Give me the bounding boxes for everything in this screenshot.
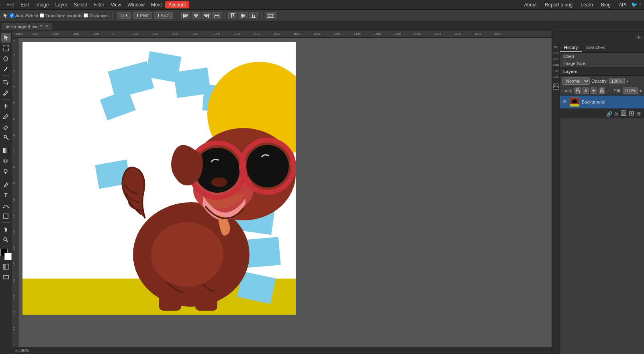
menu-file[interactable]: File — [3, 1, 17, 8]
eraser-tool[interactable] — [1, 122, 11, 132]
gradient-tool[interactable] — [1, 146, 11, 155]
auto-select-checkbox[interactable]: Auto-Select — [10, 13, 38, 18]
tool-separator-3 — [2, 144, 10, 144]
mini-label-bru[interactable]: Bru — [553, 57, 558, 61]
right-mini-sidebar: Inf Pro Bru Cha Par CSS — [552, 43, 560, 354]
distribute-button[interactable] — [213, 12, 221, 19]
zoom-dropdown[interactable]: 1x▾ — [117, 12, 131, 19]
align-vcenter-button[interactable] — [239, 12, 247, 19]
marquee-tool[interactable] — [1, 43, 11, 53]
menu-layer[interactable]: Layer — [52, 1, 70, 8]
center-button[interactable] — [192, 12, 200, 19]
screen-mode-button[interactable] — [1, 272, 11, 282]
svg-rect-8 — [204, 14, 208, 16]
fill-arrow[interactable]: ▾ — [640, 89, 642, 93]
move-tool[interactable] — [1, 33, 11, 43]
layer-visibility-toggle[interactable]: 👁 — [562, 99, 567, 105]
crop-tool[interactable] — [1, 77, 11, 87]
new-layer-button[interactable] — [629, 110, 634, 117]
svg-export-button[interactable]: ⬇ SVG — [154, 12, 173, 19]
svg-rect-46 — [4, 214, 8, 218]
layers-lock-row: Lock: Fill: — [560, 86, 644, 96]
transform-controls-checkbox[interactable]: Transform controls — [40, 13, 82, 18]
mini-label-css[interactable]: CSS — [552, 75, 559, 79]
dodge-tool[interactable] — [1, 167, 11, 176]
layer-effects-button[interactable]: fx — [615, 111, 618, 117]
brush-tool[interactable] — [1, 112, 11, 121]
layer-item-background[interactable]: 👁 Background — [560, 96, 644, 109]
magic-wand-tool[interactable] — [1, 64, 11, 74]
menu-blog[interactable]: Blog — [598, 1, 614, 8]
mini-label-pro[interactable]: Pro — [553, 51, 558, 55]
stamp-tool[interactable] — [1, 132, 11, 142]
move-tool-icon — [2, 13, 8, 18]
lock-all-button[interactable] — [599, 87, 605, 94]
auto-spacing-button[interactable] — [265, 12, 276, 19]
mini-label-inf[interactable]: Inf — [554, 45, 558, 49]
menu-account[interactable]: Account — [165, 1, 189, 8]
tab-close-button[interactable]: ✕ — [45, 24, 48, 28]
layer-mask-button[interactable] — [621, 110, 626, 117]
svg-rect-1 — [183, 14, 184, 18]
hand-tool[interactable] — [1, 224, 11, 234]
blend-mode-dropdown[interactable]: Normal Multiply Screen Overlay — [562, 77, 590, 85]
mini-label-cha[interactable]: Cha — [553, 63, 559, 67]
path-tool[interactable] — [1, 201, 11, 210]
menu-view[interactable]: View — [107, 1, 124, 8]
tab-swatches[interactable]: Swatches — [582, 43, 609, 52]
align-bottom-button[interactable] — [249, 12, 258, 19]
svg-point-47 — [4, 238, 7, 241]
menu-more[interactable]: More — [148, 1, 165, 8]
history-item-image-size[interactable]: Image Size — [560, 60, 644, 67]
healing-tool[interactable] — [1, 101, 11, 111]
svg-point-91 — [622, 112, 625, 115]
eyedropper-tool[interactable] — [1, 88, 11, 98]
lock-image-button[interactable] — [583, 87, 589, 94]
menu-about[interactable]: About — [521, 1, 540, 8]
svg-rect-50 — [3, 264, 6, 269]
svg-rect-14 — [231, 14, 232, 18]
png-export-button[interactable]: ⬇ PNG — [133, 12, 152, 19]
pen-tool[interactable] — [1, 180, 11, 189]
history-items-container: Open Image Size — [560, 53, 644, 67]
align-left-edges-button[interactable] — [181, 12, 190, 19]
menu-image[interactable]: Image — [32, 1, 52, 8]
lock-position-button[interactable] — [591, 87, 597, 94]
menu-learn[interactable]: Learn — [577, 1, 596, 8]
quick-mask-button[interactable] — [1, 262, 11, 271]
zoom-tool[interactable] — [1, 235, 11, 244]
align-top-button[interactable] — [228, 12, 237, 19]
file-tab[interactable]: test-image-3.psd * ✕ — [2, 23, 52, 30]
link-layers-button[interactable]: 🔗 — [606, 111, 612, 117]
opacity-arrow[interactable]: ▾ — [626, 79, 628, 83]
twitter-icon: 🐦 — [631, 2, 638, 8]
canvas-area[interactable] — [18, 38, 552, 347]
menu-filter[interactable]: Filter — [90, 1, 108, 8]
tab-history[interactable]: History — [560, 43, 582, 52]
delete-layer-button[interactable]: 🗑 — [637, 111, 642, 117]
right-top-bar: ◁▷ — [552, 31, 644, 43]
tab-modified-indicator: * — [40, 24, 42, 29]
lock-transparent-button[interactable] — [574, 87, 581, 94]
panel-collapse-button[interactable]: ◁▷ — [635, 35, 642, 39]
svg-point-68 — [151, 222, 223, 287]
menu-window[interactable]: Window — [124, 1, 148, 8]
lasso-tool[interactable] — [1, 54, 11, 63]
history-item-open[interactable]: Open — [560, 53, 644, 60]
blur-tool[interactable] — [1, 156, 11, 166]
distances-checkbox[interactable]: Distances — [84, 13, 108, 18]
menu-api[interactable]: API — [615, 1, 630, 8]
svg-rect-18 — [243, 14, 245, 17]
mini-label-par[interactable]: Par — [553, 69, 558, 73]
text-tool[interactable]: T — [1, 190, 11, 200]
menu-report-bug[interactable]: Report a bug — [542, 1, 576, 8]
shape-tool[interactable] — [1, 211, 11, 221]
layers-controls: Normal Multiply Screen Overlay Opacity: … — [560, 76, 644, 86]
fg-bg-colors[interactable] — [0, 249, 12, 260]
svg-line-48 — [6, 240, 8, 242]
align-right-button[interactable] — [202, 12, 211, 19]
separator-1 — [112, 12, 113, 19]
background-color[interactable] — [4, 253, 12, 260]
menu-select[interactable]: Select — [70, 1, 90, 8]
menu-edit[interactable]: Edit — [17, 1, 32, 8]
